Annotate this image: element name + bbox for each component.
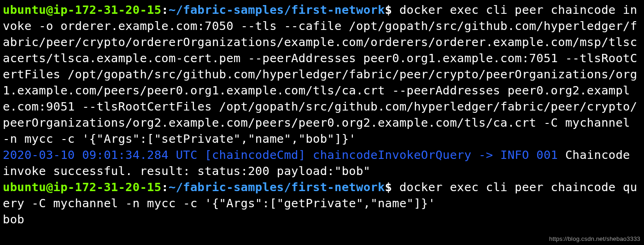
terminal-output[interactable]: ubuntu@ip-172-31-20-15:~/fabric-samples/… [0,0,644,228]
prompt-user-host: ubuntu@ip-172-31-20-15 [3,3,161,17]
watermark-text: https://blog.csdn.net/shebao3333 [549,235,640,242]
prompt-cwd: ~/fabric-samples/first-network [169,180,385,194]
prompt-colon: : [161,3,169,17]
prompt-symbol: $ [385,180,392,194]
prompt-colon: : [161,180,169,194]
prompt-user-host: ubuntu@ip-172-31-20-15 [3,180,161,194]
prompt-symbol: $ [385,3,392,17]
prompt-cwd: ~/fabric-samples/first-network [169,3,385,17]
log-timestamp-info: 2020-03-10 09:01:34.284 UTC [chaincodeCm… [3,148,558,162]
command-invoke: docker exec cli peer chaincode invoke -o… [3,3,637,146]
query-result: bob [3,212,24,226]
